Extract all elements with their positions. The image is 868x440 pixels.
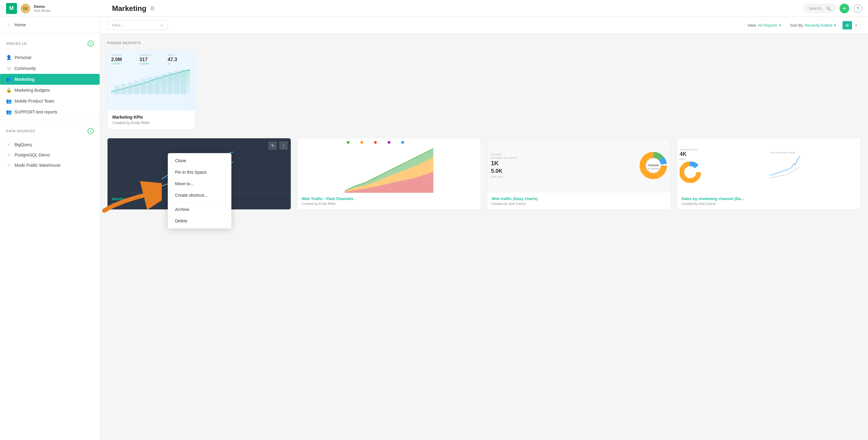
search-box[interactable]: Search... 🔍: [804, 4, 835, 13]
web-traffic-card-info: Web Traffic - Paid Channels Created by E…: [298, 193, 480, 209]
sidebar-item-home[interactable]: ⌂ Home: [0, 20, 100, 30]
user-info[interactable]: Demo Nick Binder: [34, 4, 51, 12]
sidebar-item-support-test[interactable]: 👥 SUPPORT-test reports: [0, 106, 100, 117]
grid-view-button[interactable]: ⊞: [842, 21, 852, 29]
add-button[interactable]: +: [840, 4, 849, 13]
visits-label: web visits: [491, 153, 517, 156]
svg-point-17: [401, 141, 404, 144]
report-card-easy-charts[interactable]: web visits Cumulative web visits M 1K 5.…: [487, 138, 671, 210]
sales-revenue-label: Revenue (All Time): [680, 148, 698, 151]
card-actions-weekly: ✎ ⋮: [268, 141, 288, 150]
sidebar-divider-2: [0, 120, 100, 120]
svg-rect-10: [181, 69, 186, 94]
svg-text:mix (All-time): mix (All-time): [647, 168, 660, 170]
context-menu-pin[interactable]: Pin in this Space: [168, 166, 231, 178]
filter-icon: ▼: [160, 24, 163, 27]
year-2015: 2015 Visits: [491, 175, 517, 178]
top-header: M DE Demo Nick Binder Marketing ⚙ Search…: [0, 0, 868, 17]
pinned-section-label: PINNED REPORTS: [107, 41, 861, 45]
sales-card-sub: Created by Joel Carron: [681, 202, 856, 205]
easy-charts-card-info: Web traffic (Easy charts) Created by Joe…: [487, 193, 671, 209]
web-traffic-card-title: Web Traffic - Paid Channels: [302, 196, 476, 201]
sidebar-item-mobile-product[interactable]: 👥 Mobile Product Team: [0, 96, 100, 106]
pinned-report-card[interactable]: Units sold 2.0M +123.6% Customers 317 +1…: [107, 49, 195, 130]
sidebar-item-bigquery[interactable]: ≡ BigQuery: [0, 139, 100, 150]
view-toggle: ⊞ ≡: [842, 21, 861, 30]
sidebar-marketing-label: Marketing: [14, 77, 34, 82]
user-name: Demo: [34, 4, 51, 9]
sidebar-item-community[interactable]: ◎ Community: [0, 63, 100, 74]
svg-rect-8: [167, 72, 173, 94]
kpi-preview: Units sold 2.0M +123.6% Customers 317 +1…: [107, 50, 195, 98]
search-placeholder: Search...: [809, 6, 825, 10]
sidebar-bigquery-label: BigQuery: [14, 142, 32, 147]
svg-point-16: [388, 141, 391, 144]
sidebar-item-marketing-budgets[interactable]: 🔒 Marketing Budgets: [0, 85, 100, 96]
list-view-button[interactable]: ≡: [852, 21, 861, 29]
view-selector[interactable]: View All Reports ▾: [744, 21, 784, 29]
context-menu-move[interactable]: Move to...: [168, 178, 231, 190]
view-label: View: [747, 23, 756, 28]
logo-area: M DE Demo Nick Binder: [6, 3, 106, 14]
svg-point-26: [685, 167, 695, 177]
svg-rect-5: [148, 77, 153, 94]
sort-selector[interactable]: Sort By Recently Edited ▾: [787, 21, 840, 29]
sidebar-item-personal[interactable]: 👤 Personal: [0, 52, 100, 63]
kpi-row: Units sold 2.0M +123.6% Customers 317 +1…: [111, 54, 191, 65]
spaces-header: SPACES (4) +: [6, 40, 94, 46]
main-content: PINNED REPORTS Units sold 2.0M +123.6%: [100, 34, 868, 440]
sales-donut-svg: [680, 162, 701, 183]
sidebar-budgets-label: Marketing Budgets: [14, 88, 50, 93]
svg-rect-4: [141, 79, 146, 94]
card-more-button[interactable]: ⋮: [279, 141, 288, 150]
sidebar-item-postgresql[interactable]: ≡ PostgreSQL Demo: [0, 150, 100, 160]
gear-icon[interactable]: ⚙: [150, 5, 155, 12]
context-menu-delete[interactable]: Delete: [168, 215, 231, 227]
context-menu-clone[interactable]: Clone: [168, 155, 231, 166]
context-menu-shortcut[interactable]: Create shortcut...: [168, 190, 231, 201]
visits-5k: 5.0K: [491, 168, 517, 174]
filter-placeholder: Filter...: [112, 23, 124, 28]
context-menu-divider: [168, 202, 231, 202]
data-sources-section: DATA SOURCES +: [0, 123, 100, 139]
filter-input[interactable]: Filter... ▼: [107, 21, 168, 30]
content-area: PINNED REPORTS Units sold 2.0M +123.6%: [100, 34, 868, 217]
web-traffic-preview: [298, 138, 480, 193]
help-button[interactable]: ?: [854, 4, 862, 13]
data-sources-title: DATA SOURCES: [6, 129, 35, 133]
user-avatar[interactable]: DE: [21, 4, 30, 13]
svg-rect-9: [174, 70, 180, 94]
add-datasource-button[interactable]: +: [88, 128, 94, 134]
reports-section: ✎ ⋮ Weekly... Create...: [107, 138, 861, 210]
sidebar: ⌂ Home SPACES (4) + 👤 Personal ◎ Communi…: [0, 17, 100, 440]
svg-point-14: [361, 141, 363, 144]
svg-rect-1: [121, 84, 126, 94]
report-card-sales[interactable]: Revenue (All Time) 4K Month: [677, 138, 861, 210]
sales-card-info: Sales by marketing channel (De... Create…: [677, 193, 861, 209]
context-menu: Clone Pin in this Space Move to... Creat…: [168, 153, 231, 229]
context-menu-archive[interactable]: Archive: [168, 204, 231, 215]
svg-point-15: [374, 141, 377, 144]
db-icon-bigquery: ≡: [6, 142, 11, 147]
sidebar-item-marketing[interactable]: 👥 Marketing: [0, 74, 100, 85]
kpi-nonst-label: Non-st: [168, 54, 191, 56]
kpi-nonst-value: 47.3: [168, 57, 191, 62]
report-card-web-traffic[interactable]: Web Traffic - Paid Channels Created by E…: [297, 138, 481, 210]
easy-charts-preview: web visits Cumulative web visits M 1K 5.…: [487, 138, 671, 193]
home-icon: ⌂: [6, 22, 11, 27]
lock-icon: 🔒: [6, 88, 11, 93]
sales-line-svg: [770, 154, 800, 178]
web-traffic-card-sub: Created by Emily Ritter: [302, 202, 476, 205]
sidebar-item-mode-warehouse[interactable]: ≡ Mode Public Warehouse: [0, 160, 100, 170]
svg-rect-2: [127, 82, 133, 94]
pinned-section: PINNED REPORTS Units sold 2.0M +123.6%: [107, 41, 861, 130]
svg-rect-3: [134, 81, 140, 94]
visits-1k: 1K: [491, 160, 517, 167]
add-space-button[interactable]: +: [88, 40, 94, 46]
web-traffic-chart-svg: [298, 138, 480, 193]
people-icon-support: 👥: [6, 109, 11, 115]
page-title: Marketing: [112, 4, 146, 13]
sidebar-community-label: Community: [14, 66, 36, 71]
people-icon-mobile: 👥: [6, 98, 11, 104]
card-edit-button[interactable]: ✎: [268, 141, 277, 150]
